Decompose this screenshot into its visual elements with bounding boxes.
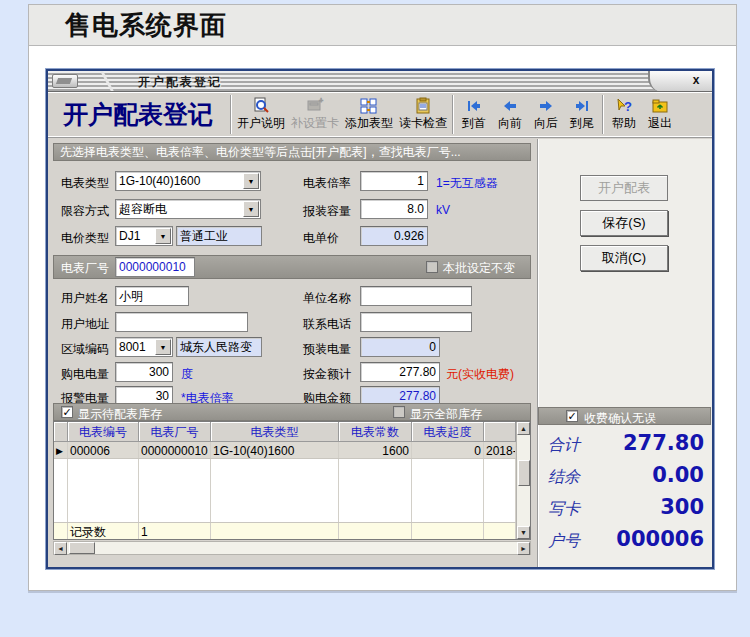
batch-unchanged-checkbox[interactable] — [426, 261, 438, 273]
account-no-value: 000006 — [616, 527, 704, 551]
chevron-down-icon[interactable]: ▼ — [243, 173, 259, 189]
col-start-read[interactable]: 电表起度 — [412, 422, 484, 442]
show-pending-checkbox[interactable]: ✓ — [61, 406, 73, 418]
page-header: 售电系统界面 — [29, 5, 736, 46]
total-row: 合计 277.80 — [544, 431, 706, 461]
user-addr-input[interactable] — [115, 312, 248, 332]
balance-label: 结余 — [548, 467, 580, 488]
factory-no-label: 电表厂号 — [61, 260, 109, 277]
col-meter-type[interactable]: 电表类型 — [211, 422, 339, 442]
fee-confirm-checkbox[interactable]: ✓ — [566, 410, 578, 422]
org-name-input[interactable] — [360, 286, 472, 306]
help-icon: ? — [615, 97, 633, 115]
close-icon[interactable]: x — [688, 73, 704, 89]
scroll-up-icon[interactable]: ▲ — [517, 422, 530, 435]
prev-arrow-icon — [502, 97, 518, 115]
user-name-label: 用户姓名 — [61, 290, 109, 307]
toolbar-separator — [230, 95, 232, 134]
user-name-input[interactable] — [115, 286, 189, 306]
chevron-down-icon[interactable]: ▼ — [243, 201, 259, 217]
scroll-right-icon[interactable]: ► — [517, 542, 530, 555]
phone-input[interactable] — [360, 312, 472, 332]
fee-confirm-label: 收费确认无误 — [584, 410, 656, 427]
col-constant[interactable]: 电表常数 — [339, 422, 412, 442]
hscroll-thumb[interactable] — [69, 542, 95, 554]
by-amount-input[interactable] — [360, 362, 440, 382]
table-empty-area — [54, 459, 530, 522]
help-button[interactable]: ? 帮助 — [606, 92, 642, 137]
capacity-unit: kV — [436, 203, 450, 217]
purchase-qty-input[interactable] — [115, 362, 173, 382]
account-no-row: 户号 000006 — [544, 527, 706, 557]
meter-ratio-input[interactable] — [360, 171, 428, 191]
svg-text:+: + — [319, 97, 323, 104]
add-meter-type-button[interactable]: 添加表型 — [342, 92, 396, 137]
show-all-checkbox[interactable] — [393, 406, 405, 418]
supplement-card-button: + 补设置卡 — [288, 92, 342, 137]
add-type-icon — [360, 97, 378, 115]
open-help-button[interactable]: 开户说明 — [234, 92, 288, 137]
go-first-button[interactable]: 到首 — [456, 92, 492, 137]
save-button[interactable]: 保存(S) — [580, 210, 668, 236]
col-factory-no[interactable]: 电表厂号 — [139, 422, 211, 442]
meter-ratio-label: 电表倍率 — [303, 175, 351, 192]
table-row[interactable]: ▶ 000006 0000000010 1G-10(40)1600 1600 0… — [54, 442, 530, 459]
go-previous-button[interactable]: 向前 — [492, 92, 528, 137]
go-last-button[interactable]: 到尾 — [564, 92, 600, 137]
chevron-down-icon[interactable]: ▼ — [155, 228, 171, 244]
table-footer-row: 记录数 1 — [54, 522, 530, 539]
batch-unchanged-label: 本批设定不变 — [443, 260, 515, 277]
scroll-left-icon[interactable]: ◄ — [54, 542, 67, 555]
page-title: 售电系统界面 — [65, 8, 227, 43]
dialog-window: 开户配表登记 x 开户配表登记 开户说明 + 补设置卡 — [46, 69, 714, 569]
exit-button[interactable]: 退出 — [642, 92, 678, 137]
read-card-check-button[interactable]: 读卡检查 — [396, 92, 450, 137]
window-title: 开户配表登记 — [138, 74, 222, 91]
record-count-label: 记录数 — [68, 523, 139, 539]
vscroll-thumb[interactable] — [518, 460, 530, 486]
area-code-desc: 城东人民路变 — [176, 337, 262, 357]
instruction-bar: 先选择电表类型、电表倍率、电价类型等后点击[开户配表]，查找电表厂号... — [53, 143, 531, 161]
balance-value: 0.00 — [652, 463, 704, 487]
chevron-down-icon[interactable]: ▼ — [155, 339, 171, 355]
factory-no-input[interactable] — [115, 257, 195, 277]
go-next-button[interactable]: 向后 — [528, 92, 564, 137]
org-name-label: 单位名称 — [303, 290, 351, 307]
toolbar-separator — [452, 95, 454, 134]
by-amount-note: 元(实收电费) — [446, 366, 514, 383]
capacity-input[interactable] — [360, 199, 428, 219]
next-arrow-icon — [538, 97, 554, 115]
toolbar-separator — [602, 95, 604, 134]
record-count-value: 1 — [139, 523, 211, 539]
table-header-row: 电表编号 电表厂号 电表类型 电表常数 电表起度 ▲ — [54, 422, 530, 442]
phone-label: 联系电话 — [303, 316, 351, 333]
total-label: 合计 — [548, 435, 580, 456]
by-amount-label: 按金额计 — [303, 366, 351, 383]
write-card-label: 写卡 — [548, 499, 580, 520]
col-meter-no[interactable]: 电表编号 — [68, 422, 139, 442]
window-titlebar: 开户配表登记 x — [48, 71, 712, 92]
vscroll-top: ▲ — [516, 422, 530, 442]
total-value: 277.80 — [623, 431, 704, 455]
limit-mode-dropdown[interactable]: 超容断电 ▼ — [115, 199, 261, 219]
table-vscrollbar[interactable]: ▼ — [516, 442, 530, 539]
meter-ratio-note: 1=无互感器 — [436, 175, 498, 192]
page-card: 售电系统界面 开户配表登记 x 开户配表登记 开户说明 + — [28, 4, 737, 591]
meter-type-dropdown[interactable]: 1G-10(40)1600 ▼ — [115, 171, 261, 191]
area-code-dropdown[interactable]: 8001 ▼ — [115, 337, 173, 357]
user-addr-label: 用户地址 — [61, 316, 109, 333]
unit-price-value: 0.926 — [360, 226, 428, 246]
clipboard-icon — [414, 97, 432, 115]
unit-price-label: 电单价 — [303, 230, 339, 247]
card-plus-icon: + — [306, 97, 324, 115]
first-arrow-icon — [466, 97, 482, 115]
cancel-button[interactable]: 取消(C) — [580, 245, 668, 271]
inventory-table: 电表编号 电表厂号 电表类型 电表常数 电表起度 ▲ ▶ 000006 0000… — [53, 421, 531, 540]
price-type-dropdown[interactable]: DJ1 ▼ — [115, 226, 173, 246]
form-big-title: 开户配表登记 — [48, 92, 228, 137]
scroll-down-icon[interactable]: ▼ — [517, 526, 530, 539]
app-icon — [52, 74, 78, 88]
exit-icon — [651, 97, 669, 115]
last-arrow-icon — [574, 97, 590, 115]
table-hscrollbar[interactable]: ◄ ► — [53, 541, 531, 555]
